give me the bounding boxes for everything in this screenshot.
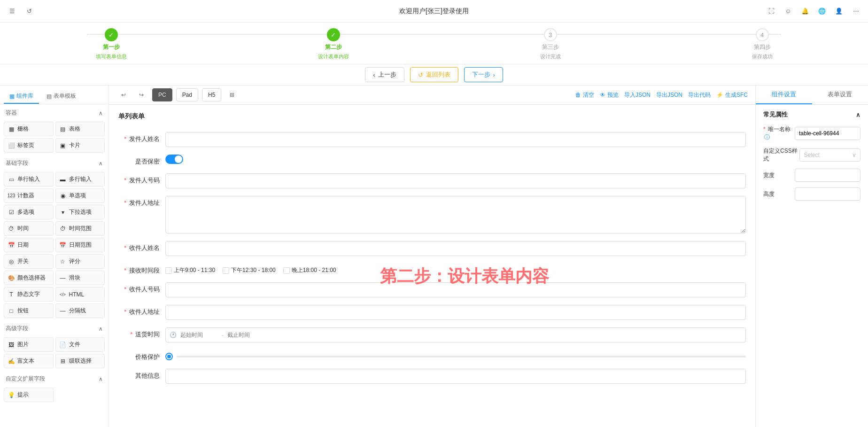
tab-component-library[interactable]: ▦ 组件库	[4, 89, 39, 104]
field-receiver-name: * 收件人姓名	[118, 237, 746, 260]
import-json-action[interactable]: 导入JSON	[624, 91, 651, 99]
tab-form-settings[interactable]: 表单设置	[812, 85, 868, 104]
trash-icon: 🗑	[575, 92, 581, 98]
prev-button[interactable]: ‹ 上一步	[365, 67, 404, 82]
tab-form-template[interactable]: ▤ 表单模板	[41, 89, 82, 104]
input-width[interactable]	[795, 169, 860, 182]
toggle-is-secret[interactable]	[165, 155, 183, 164]
checkbox-morning[interactable]: 上午9:00 - 11:30	[165, 266, 215, 274]
export-json-action[interactable]: 导出JSON	[656, 91, 682, 99]
input-receiver-phone[interactable]	[165, 282, 746, 297]
generate-sfc-action[interactable]: ⚡生成SFC	[716, 91, 748, 99]
more-icon[interactable]: ⋯	[851, 7, 860, 16]
chevron-left-icon: ‹	[373, 71, 375, 78]
redo-button[interactable]: ↪	[134, 88, 148, 101]
comp-counter[interactable]: 123 计数器	[4, 188, 54, 203]
comp-file[interactable]: 📄 文件	[55, 337, 105, 352]
refresh-icon[interactable]: ↺	[24, 7, 34, 16]
next-button[interactable]: 下一步 ›	[464, 67, 503, 82]
right-collapse-icon[interactable]: ∧	[856, 111, 860, 118]
comp-date-range[interactable]: 📅 日期范围	[55, 238, 105, 252]
comp-html[interactable]: </> HTML	[55, 287, 105, 302]
comp-single-input[interactable]: ▭ 单行输入	[4, 172, 54, 186]
collapse-icon[interactable]: ∧	[99, 110, 103, 116]
input-other-info[interactable]	[165, 369, 746, 384]
input-sender-name[interactable]	[165, 132, 746, 147]
input-receiver-address[interactable]	[165, 305, 746, 320]
grid-comp-icon: ▦	[8, 126, 15, 132]
user-icon[interactable]: 👤	[834, 7, 844, 16]
right-field-height: 高度	[756, 185, 868, 203]
textarea-sender-address[interactable]	[165, 196, 746, 233]
custom-components: 💡 提示	[0, 386, 108, 404]
bell-icon[interactable]: 🔔	[800, 7, 810, 16]
comp-tabs[interactable]: ⬜ 标签页	[4, 138, 54, 153]
input-receiver-name[interactable]	[165, 241, 746, 256]
clear-action[interactable]: 🗑清空	[575, 91, 594, 99]
checkbox-afternoon[interactable]: 下午12:30 - 18:00	[223, 266, 276, 274]
comp-rate[interactable]: ☆ 评分	[55, 254, 105, 269]
export-code-action[interactable]: 导出代码	[688, 91, 711, 99]
comp-switch[interactable]: ◎ 开关	[4, 254, 54, 269]
comp-select[interactable]: ▾ 下拉选项	[55, 205, 105, 219]
start-time-input[interactable]	[180, 332, 218, 338]
input-unique-name[interactable]	[795, 127, 860, 140]
comp-date[interactable]: 📅 日期	[4, 238, 54, 252]
comp-card[interactable]: ▣ 卡片	[55, 138, 105, 153]
comp-tip[interactable]: 💡 提示	[4, 388, 54, 402]
step-3-circle: 3	[544, 28, 557, 41]
input-sender-phone[interactable]	[165, 173, 746, 188]
comp-time[interactable]: ⏱ 时间	[4, 221, 54, 236]
delivery-time-range: 🕐 -	[165, 327, 746, 342]
left-panel: ▦ 组件库 ▤ 表单模板 容器 ∧ ▦ 栅格 ▤ 表格 ⬜ 标签页	[0, 85, 109, 427]
checkbox-evening-box[interactable]	[283, 267, 290, 274]
tab-component-settings[interactable]: 组件设置	[756, 85, 812, 104]
return-button[interactable]: ↺ 返回列表	[410, 67, 458, 82]
comp-textarea[interactable]: ▬ 多行输入	[55, 172, 105, 186]
comp-button[interactable]: □ 按钮	[4, 303, 54, 318]
undo-button[interactable]: ↩	[116, 88, 131, 101]
field-receiver-address: * 收件人地址	[118, 301, 746, 324]
checkbox-afternoon-box[interactable]	[223, 267, 229, 274]
comp-divider[interactable]: — 分隔线	[55, 303, 105, 318]
field-price-protect: 价格保护	[118, 346, 746, 365]
comp-image[interactable]: 🖼 图片	[4, 337, 54, 352]
collapse-advanced-icon[interactable]: ∧	[99, 326, 103, 332]
comp-slider[interactable]: — 滑块	[55, 271, 105, 285]
select-css-style[interactable]: Select ∨	[799, 148, 860, 162]
collapse-basic-icon[interactable]: ∧	[99, 160, 103, 167]
globe-icon[interactable]: 🌐	[817, 7, 827, 16]
device-custom[interactable]: ⊞	[225, 88, 239, 101]
custom-size-icon: ⊞	[230, 92, 234, 98]
comp-table[interactable]: ▤ 表格	[55, 122, 105, 136]
comp-static-text[interactable]: T 静态文字	[4, 287, 54, 302]
comp-checkbox[interactable]: ☑ 多选项	[4, 205, 54, 219]
device-pc[interactable]: PC	[152, 88, 172, 101]
table-comp-icon: ▤	[60, 126, 66, 132]
comp-grid[interactable]: ▦ 栅格	[4, 122, 54, 136]
checkbox-evening[interactable]: 晚上18:00 - 21:00	[283, 266, 336, 274]
comp-radio[interactable]: ◉ 单选项	[55, 188, 105, 203]
device-h5[interactable]: H5	[202, 88, 221, 101]
end-time-input[interactable]	[227, 332, 265, 338]
fullscreen-icon[interactable]: ⛶	[767, 7, 776, 16]
comp-time-range[interactable]: ⏱ 时间范围	[55, 221, 105, 236]
step-1: ✓ 第一步 填写表单信息	[96, 28, 127, 60]
comp-rich-text[interactable]: ✍ 富文本	[4, 354, 54, 368]
collapse-custom-icon[interactable]: ∧	[99, 376, 103, 382]
menu-icon[interactable]: ☰	[8, 7, 17, 16]
right-label-unique-name: * 唯一名称 ⓘ	[763, 125, 795, 141]
slider-price-protect	[165, 350, 746, 360]
preview-action[interactable]: 👁预览	[600, 91, 619, 99]
slider-track[interactable]	[177, 356, 746, 357]
smile-icon[interactable]: ☺	[783, 7, 793, 16]
checkbox-morning-box[interactable]	[165, 267, 172, 274]
device-pad[interactable]: Pad	[176, 88, 198, 101]
input-height[interactable]	[795, 187, 860, 201]
comp-cascade[interactable]: ⊞ 级联选择	[55, 354, 105, 368]
field-other-info: 其他信息	[118, 365, 746, 388]
step-1-circle: ✓	[105, 28, 118, 41]
step-1-label: 第一步	[103, 43, 120, 51]
slider-handle[interactable]	[165, 353, 173, 360]
comp-color[interactable]: 🎨 颜色选择器	[4, 271, 54, 285]
